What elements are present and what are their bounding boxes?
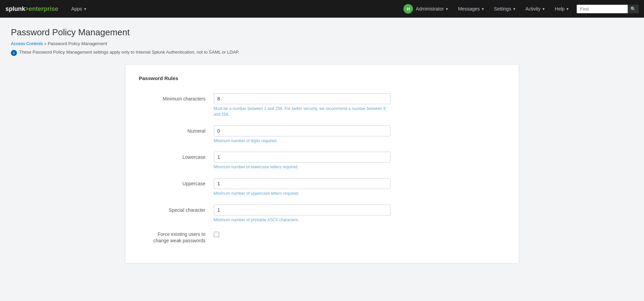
field-uppercase: Minimum number of uppercase letters requ… — [214, 178, 390, 196]
nav-admin-caret: ▼ — [445, 7, 449, 11]
info-banner: i These Password Policy Management setti… — [11, 50, 633, 56]
hint-lowercase: Minimum number of lowercase letters requ… — [214, 164, 390, 170]
brand-enterprise-text: enterprise — [29, 5, 58, 13]
form-row-special-char: Special character Minimum number of prin… — [139, 205, 505, 223]
nav-help-label: Help — [555, 6, 564, 12]
form-row-force-change: Force existing users tochange weak passw… — [139, 231, 505, 244]
nav-settings[interactable]: Settings ▼ — [489, 0, 521, 18]
brand-logo[interactable]: splunk>enterprise — [5, 5, 58, 13]
field-special-char: Minimum number of printable ASCII charac… — [214, 205, 390, 223]
nav-messages[interactable]: Messages ▼ — [453, 0, 489, 18]
form-row-uppercase: Uppercase Minimum number of uppercase le… — [139, 178, 505, 196]
form-card: Password Rules Minimum characters Must b… — [125, 64, 519, 264]
breadcrumb-separator: » — [43, 41, 48, 46]
search-button[interactable]: 🔍 — [628, 5, 639, 13]
hint-uppercase: Minimum number of uppercase letters requ… — [214, 191, 390, 196]
form-row-numeral: Numeral Minimum number of digits require… — [139, 126, 505, 144]
nav-administrator-label: Administrator — [416, 6, 443, 12]
label-min-chars: Minimum characters — [139, 93, 214, 101]
nav-administrator[interactable]: H Administrator ▼ — [399, 0, 453, 18]
field-min-chars: Must be a number between 1 and 256. For … — [214, 93, 390, 117]
checkbox-force-change[interactable] — [214, 232, 219, 237]
nav-messages-caret: ▼ — [481, 7, 485, 11]
nav-messages-label: Messages — [458, 6, 480, 12]
label-numeral: Numeral — [139, 126, 214, 134]
hint-special-char: Minimum number of printable ASCII charac… — [214, 217, 390, 223]
info-text: These Password Policy Management setting… — [19, 50, 239, 55]
nav-apps-caret: ▼ — [84, 7, 87, 11]
section-title: Password Rules — [139, 75, 505, 84]
input-min-chars[interactable] — [214, 93, 390, 104]
label-uppercase: Uppercase — [139, 178, 214, 186]
breadcrumb-current: Password Policy Management — [48, 41, 107, 46]
breadcrumb-parent-link[interactable]: Access Controls — [11, 41, 43, 46]
page-title: Password Policy Management — [11, 27, 633, 38]
nav-settings-label: Settings — [494, 6, 511, 12]
form-row-lowercase: Lowercase Minimum number of lowercase le… — [139, 152, 505, 170]
nav-activity[interactable]: Activity ▼ — [521, 0, 550, 18]
nav-apps-label: Apps — [71, 6, 82, 12]
label-force-change: Force existing users tochange weak passw… — [139, 231, 214, 244]
form-row-min-chars: Minimum characters Must be a number betw… — [139, 93, 505, 117]
navbar: splunk>enterprise Apps ▼ H Administrator… — [0, 0, 644, 18]
brand-gt: > — [25, 5, 29, 12]
nav-help-caret: ▼ — [566, 7, 569, 11]
label-lowercase: Lowercase — [139, 152, 214, 160]
input-special-char[interactable] — [214, 205, 390, 215]
nav-activity-caret: ▼ — [542, 7, 545, 11]
hint-min-chars: Must be a number between 1 and 256. For … — [214, 106, 390, 117]
field-numeral: Minimum number of digits required. — [214, 126, 390, 144]
input-numeral[interactable] — [214, 126, 390, 136]
breadcrumb: Access Controls » Password Policy Manage… — [11, 41, 633, 46]
brand-splunk-text: splunk> — [5, 5, 29, 13]
admin-avatar: H — [403, 4, 413, 14]
label-special-char: Special character — [139, 205, 214, 213]
info-icon: i — [11, 50, 17, 56]
input-lowercase[interactable] — [214, 152, 390, 163]
nav-settings-caret: ▼ — [512, 7, 516, 11]
search-input[interactable] — [577, 5, 628, 13]
field-lowercase: Minimum number of lowercase letters requ… — [214, 152, 390, 170]
nav-apps[interactable]: Apps ▼ — [67, 0, 92, 18]
nav-right: H Administrator ▼ Messages ▼ Settings ▼ … — [399, 0, 639, 18]
nav-help[interactable]: Help ▼ — [550, 0, 574, 18]
hint-numeral: Minimum number of digits required. — [214, 138, 390, 144]
nav-activity-label: Activity — [525, 6, 540, 12]
field-force-change — [214, 231, 219, 239]
page-content: Password Policy Management Access Contro… — [0, 18, 644, 273]
search-box[interactable]: 🔍 — [577, 5, 639, 13]
input-uppercase[interactable] — [214, 178, 390, 189]
